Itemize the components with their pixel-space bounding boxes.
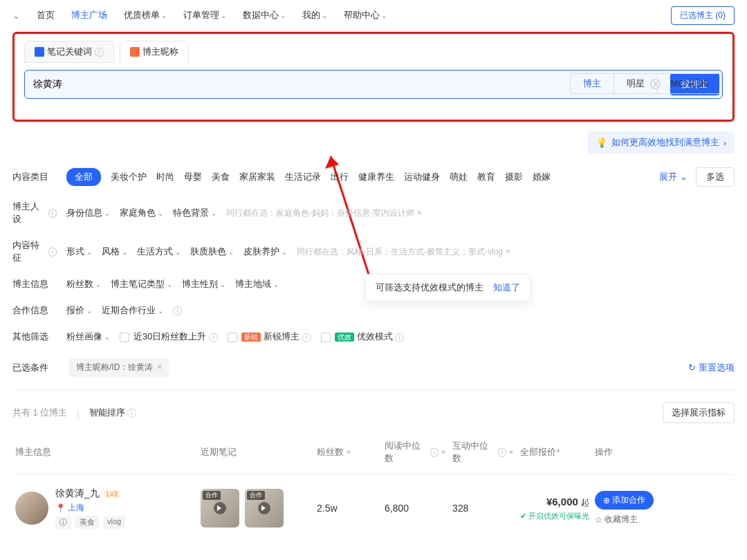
nav-rank[interactable]: 优质榜单⌄ [124, 9, 167, 21]
dd-region[interactable]: 博主地域⌄ [235, 278, 279, 290]
close-icon[interactable]: × [506, 247, 510, 256]
col-inter[interactable]: 互动中位数i [452, 440, 515, 465]
note-icon [35, 47, 44, 57]
dd-gender[interactable]: 博主性别⌄ [182, 278, 225, 290]
dd-form[interactable]: 形式⌄ [66, 245, 92, 258]
cb-newstar[interactable]: 新锐新锐博主 i [228, 330, 311, 343]
tab-note-keyword[interactable]: 笔记关键词 i [24, 41, 114, 63]
dd-fans[interactable]: 粉丝数⌄ [66, 278, 101, 290]
cat-item[interactable]: 萌娃 [450, 171, 468, 183]
cat-item[interactable]: 出行 [331, 171, 349, 183]
label-bloginfo: 博主信息 [12, 278, 57, 290]
add-cooperation-button[interactable]: ⊕添加合作 [595, 491, 654, 510]
dd-industry[interactable]: 近期合作行业⌄ [102, 304, 163, 317]
avatar[interactable] [15, 492, 48, 525]
cell-inter: 328 [452, 503, 515, 514]
nav-caret: ⌄ [12, 10, 20, 21]
close-icon[interactable]: × [417, 208, 422, 218]
table-head: 博主信息 近期笔记 粉丝数 阅读中位数i 互动中位数i 全部报价 操作 [12, 430, 735, 475]
search-input[interactable] [28, 75, 643, 94]
cat-item[interactable]: 教育 [477, 171, 495, 183]
dd-lifestyle[interactable]: 生活方式⌄ [137, 245, 181, 258]
selected-bloggers-button[interactable]: 已选博主 (0) [671, 6, 735, 25]
col-notes: 近期笔记 [201, 446, 311, 458]
shield-icon: ✔ [520, 512, 526, 521]
chevron-right-icon: › [723, 138, 726, 148]
col-blogger: 博主信息 [15, 446, 195, 458]
label-applied: 已选条件 [12, 362, 57, 374]
dd-identity[interactable]: 身份信息⌄ [66, 207, 110, 219]
info-icon: i [95, 48, 104, 57]
content-hint: 同行都在选：风格-日系；生活方式-极简主义；形式-vlog× [297, 246, 510, 258]
user-icon [130, 47, 140, 57]
tooltip-ok[interactable]: 知道了 [493, 282, 520, 292]
col-fans[interactable]: 粉丝数 [317, 446, 379, 458]
cat-item[interactable]: 母婴 [184, 171, 202, 183]
play-icon [258, 502, 270, 514]
expand-link[interactable]: 展开 ⌄ [659, 171, 688, 183]
category-all[interactable]: 全部 [66, 168, 101, 186]
dd-style[interactable]: 风格⌄ [102, 245, 127, 258]
metric-select-button[interactable]: 选择展示指标 [663, 402, 735, 423]
location: 📍上海 [55, 502, 195, 514]
nav-data[interactable]: 数据中心⌄ [243, 9, 286, 21]
cat-item[interactable]: 生活记录 [285, 171, 321, 183]
cb-fans-rise[interactable]: 近30日粉丝数上升 i [120, 330, 218, 343]
cat-item[interactable]: 健康养生 [358, 171, 394, 183]
bulb-icon: 💡 [596, 138, 607, 148]
reset-button[interactable]: ↻重置选项 [688, 362, 735, 374]
top-nav: ⌄ 首页 博主广场 优质榜单⌄ 订单管理⌄ 数据中心⌄ 我的⌄ 帮助中心⌄ 已选… [12, 0, 735, 30]
cat-item[interactable]: 婚嫁 [533, 171, 551, 183]
cell-price: ¥6,000 起 ✔开启优效可保曝光 [520, 496, 589, 521]
label-persona: 博主人设i [12, 200, 57, 225]
label-other: 其他筛选 [12, 330, 57, 343]
plus-icon: ⊕ [603, 496, 610, 505]
table-row: 徐黄涛_九Lv3 📍上海 ⓘ 美食 vlog 合作 合作 2.5w 6,800 … [12, 475, 735, 541]
col-action: 操作 [595, 446, 671, 458]
level-badge: Lv3 [104, 490, 120, 498]
help-link[interactable]: 💡 如何更高效地找到满意博主 › [588, 131, 735, 153]
dd-feature[interactable]: 特色背景⌄ [173, 207, 216, 219]
dd-family[interactable]: 家庭角色⌄ [120, 207, 163, 219]
note-thumb[interactable]: 合作 [201, 489, 239, 528]
info-icon: ⓘ [55, 516, 71, 529]
filters: 内容类目 全部 美妆个护 时尚 母婴 美食 家居家装 生活记录 出行 健康养生 … [12, 160, 735, 377]
col-price[interactable]: 全部报价 [520, 446, 589, 458]
cat-item[interactable]: 美食 [212, 171, 230, 183]
note-thumb[interactable]: 合作 [245, 489, 284, 528]
favorite-button[interactable]: ☆收藏博主 [595, 514, 638, 525]
play-icon [214, 502, 226, 514]
nav-help[interactable]: 帮助中心⌄ [344, 9, 387, 21]
dd-notetype[interactable]: 博主笔记类型⌄ [111, 278, 172, 290]
dd-fanprofile[interactable]: 粉丝画像⌄ [66, 330, 110, 343]
tab-star[interactable]: 明星 [614, 74, 657, 93]
pin-icon: 📍 [55, 503, 66, 513]
nav-square[interactable]: 博主广场 [71, 9, 107, 21]
dd-skin[interactable]: 肤质肤色⌄ [190, 245, 234, 258]
tooltip-youxiao: 可筛选支持优效模式的博主知道了 [365, 274, 531, 301]
cat-item[interactable]: 家居家装 [239, 171, 275, 183]
dd-skincare[interactable]: 皮肤养护⌄ [243, 245, 287, 258]
label-category: 内容类目 [12, 171, 57, 183]
cat-item[interactable]: 摄影 [505, 171, 523, 183]
col-reads[interactable]: 阅读中位数i [385, 440, 447, 465]
sort-dropdown[interactable]: 智能排序 i [89, 407, 136, 419]
tab-mcn[interactable]: MCN机构 [657, 74, 721, 93]
tab-blogger[interactable]: 博主 [570, 73, 614, 94]
info-icon: i [173, 306, 182, 315]
blogger-name[interactable]: 徐黄涛_九Lv3 [55, 487, 195, 500]
refresh-icon: ↻ [688, 362, 696, 373]
multi-select-button[interactable]: 多选 [696, 167, 735, 187]
nav-orders[interactable]: 订单管理⌄ [183, 9, 226, 21]
chip-remove[interactable]: × [157, 362, 162, 372]
cat-item[interactable]: 运动健身 [404, 171, 440, 183]
nav-mine[interactable]: 我的⌄ [302, 9, 327, 21]
tab-blogger-name[interactable]: 博主昵称 [120, 41, 189, 63]
nav-home[interactable]: 首页 [37, 9, 55, 21]
cat-item[interactable]: 时尚 [156, 171, 174, 183]
dd-price[interactable]: 报价⌄ [66, 304, 92, 317]
applied-chip: 博主昵称/ID：徐黄涛× [69, 358, 169, 377]
cb-youxiao[interactable]: 优效优效模式 i [321, 330, 405, 343]
label-coop: 合作信息 [12, 304, 57, 317]
cat-item[interactable]: 美妆个护 [111, 171, 147, 183]
